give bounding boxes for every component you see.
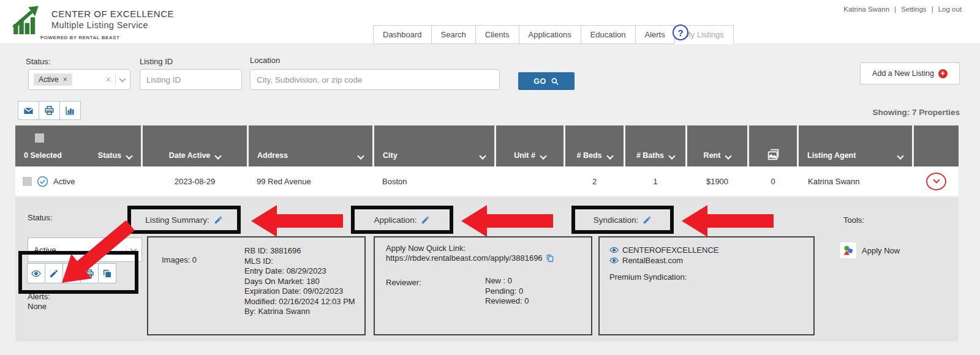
pencil-icon[interactable] <box>421 215 430 225</box>
status-filter-select[interactable]: Active × × <box>28 69 130 90</box>
chevron-down-icon <box>897 152 903 159</box>
chip-remove-icon[interactable]: × <box>63 75 67 84</box>
chevron-down-icon <box>725 152 732 159</box>
bar-chart-icon <box>65 105 75 116</box>
chevron-down-icon <box>215 152 222 159</box>
summary-details: RB ID: 3881696 MLS ID: Entry Date: 08/29… <box>244 246 355 317</box>
column-date-active[interactable]: Date Active <box>143 125 247 166</box>
tab-applications[interactable]: Applications <box>519 25 581 44</box>
pencil-icon[interactable] <box>643 215 652 225</box>
collapse-row-button[interactable] <box>926 173 946 190</box>
brand-subtitle: Multiple Listing Service <box>51 20 174 30</box>
annotation-arrow-application <box>461 205 553 237</box>
images-count: Images: 0 <box>162 255 197 264</box>
expiration-date: Expiration Date: 09/02/2023 <box>244 286 355 297</box>
channel-name: CENTEROFEXCELLENCE <box>622 245 718 255</box>
brand-logo: CENTER OF EXCELLENCE Multiple Listing Se… <box>12 5 174 34</box>
column-baths[interactable]: # Baths <box>625 125 685 166</box>
column-unit[interactable]: Unit # <box>496 125 564 166</box>
pencil-icon[interactable] <box>214 215 223 225</box>
column-status[interactable]: Status <box>98 151 132 160</box>
count-pending: Pending: 0 <box>485 286 529 297</box>
tab-dashboard[interactable]: Dashboard <box>373 25 432 44</box>
user-name-link[interactable]: Katrina Swann <box>843 6 889 13</box>
column-beds[interactable]: # Beds <box>565 125 624 166</box>
cell-beds: 2 <box>565 166 624 196</box>
help-icon[interactable]: ? <box>673 24 688 40</box>
status-chip: Active × <box>34 73 72 86</box>
chevron-down-icon[interactable] <box>119 75 126 82</box>
eye-icon[interactable] <box>609 247 619 253</box>
clear-icon[interactable]: × <box>106 75 111 84</box>
listing-summary-label: Listing Summary: <box>145 215 209 225</box>
quick-link-label: Apply Now Quick Link: <box>386 244 466 254</box>
tab-search[interactable]: Search <box>431 25 476 44</box>
select-controls: × <box>106 75 125 84</box>
plus-icon: + <box>938 69 948 78</box>
count-new: New : 0 <box>485 276 529 286</box>
listing-summary-box: Images: 0 RB ID: 3881696 MLS ID: Entry D… <box>147 236 366 335</box>
column-address[interactable]: Address <box>249 125 372 166</box>
cell-rent: $1900 <box>687 166 747 196</box>
annotation-arrow-listing-summary <box>251 205 343 237</box>
syndication-label: Syndication: <box>594 215 639 225</box>
tab-alerts[interactable]: Alerts <box>635 25 675 44</box>
tab-education[interactable]: Education <box>581 25 636 44</box>
logout-link[interactable]: Log out <box>938 6 962 13</box>
chevron-down-icon <box>540 152 546 159</box>
chevron-down-icon <box>668 152 675 159</box>
copy-link-icon[interactable] <box>546 254 554 263</box>
top-header: CENTER OF EXCELLENCE Multiple Listing Se… <box>0 0 980 44</box>
add-listing-label: Add a New Listing <box>872 69 934 78</box>
select-all-checkbox[interactable] <box>35 133 44 143</box>
go-label: GO <box>533 77 546 86</box>
syndication-channel: CENTEROFEXCELLENCE <box>609 245 718 255</box>
settings-link[interactable]: Settings <box>901 6 927 13</box>
status-filter-label: Status: <box>26 57 50 66</box>
bulk-actions <box>18 101 81 120</box>
application-box: Apply Now Quick Link: https://rbdev.rent… <box>374 236 592 335</box>
quick-link-url[interactable]: https://rbdev.rentalbeast.com/apply/3881… <box>386 253 543 264</box>
tab-clients[interactable]: Clients <box>475 25 519 44</box>
listing-id-label: Listing ID <box>140 57 173 66</box>
application-label: Application: <box>374 215 417 225</box>
chevron-down-icon <box>479 152 486 159</box>
channel-name: RentalBeast.com <box>622 255 683 266</box>
cell-address: 99 Red Avenue <box>249 166 372 196</box>
application-counts: New : 0 Pending: 0 Reviewed: 0 <box>485 276 529 307</box>
listing-detail-panel: Status: Active <box>15 197 959 342</box>
detail-status-label: Status: <box>28 213 52 222</box>
cell-unit <box>496 166 564 196</box>
cell-photos: 0 <box>749 166 797 196</box>
print-listings-button[interactable] <box>39 101 60 120</box>
eye-icon[interactable] <box>609 257 619 264</box>
stats-listings-button[interactable] <box>59 101 81 120</box>
status-chip-label: Active <box>39 75 59 84</box>
cell-baths: 1 <box>625 166 685 196</box>
go-search-button[interactable]: GO <box>518 72 575 90</box>
listing-id-input[interactable] <box>140 69 242 90</box>
location-input[interactable] <box>250 69 500 90</box>
row-checkbox[interactable] <box>23 177 32 186</box>
showing-count-text: Showing: 7 Properties <box>872 108 960 117</box>
apply-now-tool[interactable]: Apply Now <box>840 242 900 258</box>
column-rent[interactable]: Rent <box>687 125 747 166</box>
chevron-down-icon <box>126 152 132 159</box>
chevron-down-icon <box>357 152 364 159</box>
brand-text: CENTER OF EXCELLENCE Multiple Listing Se… <box>51 5 174 34</box>
count-reviewed: Reviewed: 0 <box>485 296 529 307</box>
cell-agent: Katrina Swann <box>799 166 912 196</box>
chevron-down-icon <box>606 152 613 159</box>
add-new-listing-button[interactable]: Add a New Listing + <box>860 62 960 84</box>
column-city[interactable]: City <box>374 125 494 166</box>
column-photos[interactable] <box>749 125 797 166</box>
apply-now-logo-icon <box>840 242 856 258</box>
column-listing-agent[interactable]: Listing Agent <box>799 125 912 166</box>
photos-icon <box>767 148 780 161</box>
logo-chart-icon <box>12 5 47 34</box>
cell-status: Active <box>15 166 141 196</box>
cell-expand <box>914 166 959 196</box>
location-label: Location <box>250 56 280 65</box>
email-listings-button[interactable] <box>18 101 39 120</box>
separator: | <box>932 6 933 13</box>
